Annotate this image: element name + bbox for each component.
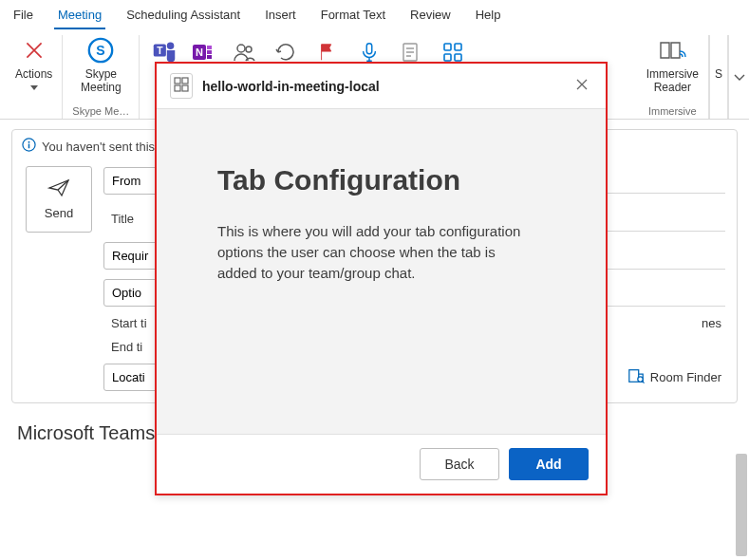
menu-scheduling-assistant[interactable]: Scheduling Assistant xyxy=(122,4,244,29)
menu-meeting[interactable]: Meeting xyxy=(54,4,105,29)
svg-rect-24 xyxy=(182,78,188,84)
info-icon xyxy=(22,138,36,155)
dialog-body: Tab Configuration This is where you will… xyxy=(157,109,606,434)
room-finder-button[interactable]: Room Finder xyxy=(627,367,721,387)
apps-icon[interactable] xyxy=(441,41,464,64)
menubar: File Meeting Scheduling Assistant Insert… xyxy=(0,0,749,29)
svg-text:T: T xyxy=(157,46,163,56)
immersive-reader-label: Immersive Reader xyxy=(646,67,699,95)
menu-file[interactable]: File xyxy=(9,4,37,29)
menu-insert[interactable]: Insert xyxy=(261,4,300,29)
dialog-title: hello-world-in-meeting-local xyxy=(202,79,380,94)
svg-rect-23 xyxy=(175,78,180,84)
x-icon xyxy=(19,35,49,65)
menu-help[interactable]: Help xyxy=(472,4,505,29)
notes-icon[interactable] xyxy=(400,41,422,64)
menu-review[interactable]: Review xyxy=(406,4,455,29)
immersive-group-label: Immersive xyxy=(648,105,697,119)
config-description: This is where you will add your tab conf… xyxy=(217,221,531,283)
svg-text:S: S xyxy=(97,43,105,58)
time-zones-label-fragment: nes xyxy=(702,316,721,330)
dialog-footer: Back Add xyxy=(157,434,606,494)
send-button[interactable]: Send xyxy=(26,166,92,233)
svg-point-19 xyxy=(28,141,30,143)
send-label: Send xyxy=(45,206,73,220)
back-button[interactable]: Back xyxy=(420,448,499,480)
menu-format-text[interactable]: Format Text xyxy=(317,4,389,29)
app-icon xyxy=(170,73,193,99)
immersive-reader-button[interactable]: Immersive Reader xyxy=(646,35,699,95)
svg-rect-17 xyxy=(455,54,461,61)
close-icon[interactable] xyxy=(571,74,592,98)
immersive-reader-icon xyxy=(657,35,687,65)
tab-config-dialog: hello-world-in-meeting-local Tab Configu… xyxy=(155,62,608,495)
skype-group-label: Skype Me… xyxy=(72,105,129,119)
svg-rect-14 xyxy=(444,44,451,50)
svg-point-10 xyxy=(237,45,245,52)
room-finder-icon xyxy=(627,367,645,387)
microphone-icon[interactable] xyxy=(358,41,381,64)
onenote-icon[interactable]: N xyxy=(191,41,214,64)
skype-meeting-button[interactable]: S Skype Meeting xyxy=(81,35,122,95)
svg-rect-26 xyxy=(182,85,188,91)
actions-button[interactable]: Actions xyxy=(15,35,52,95)
info-text: You haven't sent this xyxy=(42,140,155,154)
ribbon-group-skype: S Skype Meeting Skype Me… xyxy=(63,35,140,119)
refresh-icon[interactable] xyxy=(274,41,297,64)
svg-rect-12 xyxy=(367,44,373,54)
ribbon-collapse-button[interactable] xyxy=(728,35,749,119)
svg-text:N: N xyxy=(196,47,203,58)
ribbon-group-extra: S xyxy=(709,35,728,119)
ribbon-group-actions: Actions xyxy=(6,35,63,119)
dialog-header: hello-world-in-meeting-local xyxy=(157,64,606,109)
svg-point-4 xyxy=(167,43,175,50)
svg-rect-8 xyxy=(207,50,212,54)
svg-rect-25 xyxy=(175,85,180,91)
people-icon[interactable] xyxy=(233,41,255,64)
add-button[interactable]: Add xyxy=(509,448,589,480)
svg-rect-21 xyxy=(629,370,639,383)
extra-button[interactable]: S xyxy=(715,35,722,81)
svg-rect-15 xyxy=(455,44,461,50)
svg-rect-7 xyxy=(207,46,212,49)
ribbon-group-immersive: Immersive Reader Immersive xyxy=(637,35,709,119)
actions-label: Actions xyxy=(15,67,52,95)
send-icon xyxy=(47,178,70,200)
room-finder-label: Room Finder xyxy=(650,370,721,384)
svg-point-11 xyxy=(246,47,252,52)
flag-icon[interactable] xyxy=(316,41,339,64)
svg-rect-20 xyxy=(28,144,30,149)
svg-rect-9 xyxy=(207,55,212,59)
config-heading: Tab Configuration xyxy=(217,164,560,196)
vertical-scrollbar[interactable] xyxy=(736,454,747,556)
svg-rect-16 xyxy=(444,54,451,61)
skype-label: Skype Meeting xyxy=(81,67,122,95)
skype-icon: S xyxy=(85,35,116,65)
